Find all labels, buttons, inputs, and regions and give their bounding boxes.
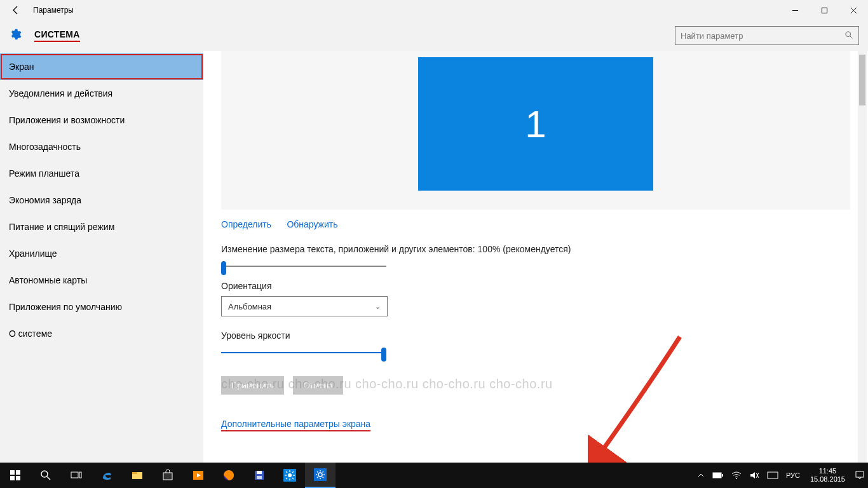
title-bar: Параметры [0, 0, 868, 20]
sidebar-item-8[interactable]: Автономные карты [0, 267, 203, 294]
svg-rect-44 [722, 474, 723, 477]
brightness-slider[interactable] [221, 352, 386, 353]
taskbar-app-store[interactable] [153, 463, 183, 488]
svg-point-46 [736, 478, 737, 479]
sidebar-item-5[interactable]: Экономия заряда [0, 187, 203, 214]
taskbar-app-media[interactable] [183, 463, 214, 488]
svg-rect-13 [79, 472, 81, 478]
cancel-button: Отмена [293, 376, 343, 395]
svg-rect-8 [10, 476, 15, 480]
svg-point-10 [41, 471, 48, 477]
svg-line-40 [323, 477, 324, 478]
window-title: Параметры [33, 6, 74, 15]
brightness-label: Уровень яркости [221, 330, 850, 341]
detect-link[interactable]: Обнаружить [287, 219, 337, 229]
svg-rect-21 [257, 471, 262, 474]
chevron-down-icon: ⌄ [375, 302, 381, 311]
tray-time: 11:45 [810, 467, 845, 475]
svg-rect-9 [16, 476, 20, 480]
scale-slider[interactable] [221, 266, 386, 267]
svg-rect-1 [822, 8, 827, 13]
svg-rect-7 [16, 470, 20, 475]
scale-slider-thumb[interactable] [221, 261, 226, 275]
sidebar-item-4[interactable]: Режим планшета [0, 160, 203, 187]
taskbar-app-explorer[interactable] [122, 463, 153, 488]
tray-date: 15.08.2015 [810, 475, 845, 484]
svg-line-42 [317, 477, 318, 478]
svg-rect-45 [713, 473, 721, 478]
sidebar-item-7[interactable]: Хранилище [0, 240, 203, 267]
identify-link[interactable]: Определить [221, 219, 271, 229]
svg-point-4 [846, 31, 851, 36]
sidebar-item-0[interactable]: Экран [0, 53, 203, 80]
scrollbar-thumb[interactable] [859, 55, 865, 105]
advanced-display-link[interactable]: Дополнительные параметры экрана [221, 419, 370, 431]
orientation-select[interactable]: Альбомная ⌄ [221, 296, 388, 316]
sidebar-item-10[interactable]: О системе [0, 320, 203, 347]
scale-label: Изменение размера текста, приложений и д… [221, 244, 850, 254]
taskview-button[interactable] [61, 463, 92, 488]
sidebar-item-1[interactable]: Уведомления и действия [0, 80, 203, 107]
taskbar-app-brightness[interactable] [275, 463, 305, 488]
svg-line-41 [323, 471, 324, 473]
svg-line-11 [47, 477, 50, 480]
category-title[interactable]: СИСТЕМА [34, 29, 80, 42]
monitor-tile-1[interactable]: 1 [418, 57, 653, 191]
svg-rect-51 [856, 471, 864, 477]
taskbar-app-firefox[interactable] [214, 463, 244, 488]
tray-clock[interactable]: 11:45 15.08.2015 [804, 467, 851, 484]
minimize-button[interactable] [780, 0, 810, 20]
sidebar-item-9[interactable]: Приложения по умолчанию [0, 294, 203, 320]
start-button[interactable] [0, 463, 31, 488]
svg-rect-6 [10, 470, 15, 475]
tray-language[interactable]: РУС [782, 463, 804, 488]
sidebar: ЭкранУведомления и действияПриложения и … [0, 51, 203, 463]
header: СИСТЕМА [0, 20, 868, 51]
taskbar: РУС 11:45 15.08.2015 [0, 463, 868, 488]
svg-rect-12 [71, 472, 78, 478]
orientation-value: Альбомная [228, 302, 271, 311]
scrollbar[interactable] [858, 51, 867, 463]
svg-rect-22 [257, 476, 262, 479]
gear-icon [9, 28, 22, 44]
brightness-slider-thumb[interactable] [381, 348, 386, 362]
tray-battery-icon[interactable] [709, 463, 728, 488]
back-button[interactable] [6, 0, 25, 20]
close-button[interactable] [839, 0, 868, 20]
orientation-label: Ориентация [221, 281, 850, 291]
svg-line-5 [850, 36, 853, 38]
sidebar-item-3[interactable]: Многозадачность [0, 133, 203, 160]
sidebar-item-2[interactable]: Приложения и возможности [0, 107, 203, 133]
svg-line-39 [317, 471, 318, 473]
search-icon [844, 30, 853, 41]
content-pane: 1 Определить Обнаружить Изменение размер… [203, 51, 868, 463]
tray-chevron-icon[interactable] [693, 463, 709, 488]
svg-rect-16 [163, 473, 172, 480]
taskbar-app-settings[interactable] [305, 463, 336, 488]
svg-rect-49 [768, 472, 778, 478]
sidebar-item-6[interactable]: Питание и спящий режим [0, 214, 203, 240]
taskbar-app-edge[interactable] [92, 463, 122, 488]
tray-keyboard-icon[interactable] [763, 463, 782, 488]
tray-notifications-icon[interactable] [851, 463, 868, 488]
search-field[interactable] [681, 31, 844, 41]
apply-button: Применить [221, 376, 284, 395]
system-tray: РУС 11:45 15.08.2015 [693, 463, 868, 488]
svg-point-24 [288, 473, 292, 477]
display-preview: 1 [221, 51, 850, 210]
search-task-button[interactable] [31, 463, 61, 488]
annotation-arrow [588, 334, 689, 463]
search-input[interactable] [675, 26, 859, 45]
svg-rect-15 [132, 472, 137, 474]
tray-wifi-icon[interactable] [728, 463, 745, 488]
tray-volume-icon[interactable] [745, 463, 763, 488]
taskbar-app-save[interactable] [244, 463, 275, 488]
maximize-button[interactable] [810, 0, 839, 20]
